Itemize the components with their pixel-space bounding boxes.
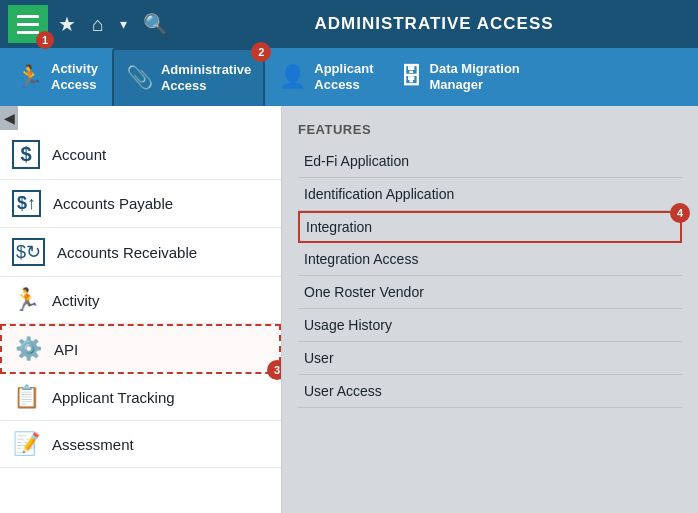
sidebar-item-account-label: Account: [52, 146, 106, 163]
sidebar-item-accounts-receivable-label: Accounts Receivable: [57, 244, 197, 261]
feature-ed-fi-application[interactable]: Ed-Fi Application: [298, 145, 682, 178]
account-icon: $: [12, 140, 40, 169]
sidebar-item-accounts-receivable[interactable]: $↻ Accounts Receivable: [0, 228, 281, 277]
sidebar-item-api-label: API: [54, 341, 78, 358]
feature-integration-access[interactable]: Integration Access: [298, 243, 682, 276]
sidebar-item-applicant-tracking[interactable]: 📋 Applicant Tracking: [0, 374, 281, 421]
tab-activity-access[interactable]: 🏃 ActivityAccess: [4, 48, 110, 106]
applicant-access-icon: 👤: [279, 64, 306, 90]
sidebar-collapse-button[interactable]: ◀: [0, 106, 18, 130]
feature-usage-history[interactable]: Usage History: [298, 309, 682, 342]
tab-data-migration-label: Data MigrationManager: [430, 61, 520, 92]
activity-access-icon: 🏃: [16, 64, 43, 90]
menu-bar-1: [17, 15, 39, 18]
administrative-access-icon: 📎: [126, 65, 153, 91]
menu-bar-3: [17, 31, 39, 34]
sidebar-item-api[interactable]: ⚙️ API 3: [0, 324, 281, 374]
tab-data-migration[interactable]: 🗄 Data MigrationManager: [388, 48, 532, 106]
tab-activity-access-label: ActivityAccess: [51, 61, 98, 92]
content-panel: FEATURES Ed-Fi Application Identificatio…: [282, 106, 698, 513]
tab-applicant-access[interactable]: 👤 ApplicantAccess: [267, 48, 385, 106]
page-title: ADMINISTRATIVE ACCESS: [178, 14, 690, 34]
sidebar-item-accounts-payable-label: Accounts Payable: [53, 195, 173, 212]
feature-integration-label: Integration: [306, 219, 372, 235]
sidebar: ◀ $ Account $↑ Accounts Payable $↻ Accou…: [0, 106, 282, 513]
feature-integration[interactable]: Integration 4: [298, 211, 682, 243]
sidebar-item-accounts-payable[interactable]: $↑ Accounts Payable: [0, 180, 281, 228]
activity-icon: 🏃: [12, 287, 40, 313]
sidebar-item-activity-label: Activity: [52, 292, 100, 309]
accounts-receivable-icon: $↻: [12, 238, 45, 266]
tab-administrative-access-label: AdministrativeAccess: [161, 62, 251, 93]
assessment-icon: 📝: [12, 431, 40, 457]
home-button[interactable]: ⌂: [86, 9, 110, 40]
tab-applicant-access-label: ApplicantAccess: [314, 61, 373, 92]
search-button[interactable]: 🔍: [137, 8, 174, 40]
favorites-button[interactable]: ★: [52, 8, 82, 40]
data-migration-icon: 🗄: [400, 64, 422, 90]
menu-button[interactable]: 1: [8, 5, 48, 43]
sidebar-item-applicant-tracking-label: Applicant Tracking: [52, 389, 175, 406]
badge-4: 4: [670, 203, 690, 223]
main-content: ◀ $ Account $↑ Accounts Payable $↻ Accou…: [0, 106, 698, 513]
nav-tabs-bar: 🏃 ActivityAccess 📎 AdministrativeAccess …: [0, 48, 698, 106]
api-gear-icon: ⚙️: [14, 336, 42, 362]
sidebar-item-assessment-label: Assessment: [52, 436, 134, 453]
tab-administrative-access[interactable]: 📎 AdministrativeAccess 2: [112, 48, 265, 106]
accounts-payable-icon: $↑: [12, 190, 41, 217]
top-bar: 1 ★ ⌂ ▾ 🔍 ADMINISTRATIVE ACCESS: [0, 0, 698, 48]
badge-3: 3: [267, 360, 282, 380]
sidebar-item-assessment[interactable]: 📝 Assessment: [0, 421, 281, 468]
feature-user[interactable]: User: [298, 342, 682, 375]
dropdown-button[interactable]: ▾: [114, 12, 133, 36]
applicant-tracking-icon: 📋: [12, 384, 40, 410]
feature-identification-application[interactable]: Identification Application: [298, 178, 682, 211]
sidebar-item-activity[interactable]: 🏃 Activity: [0, 277, 281, 324]
features-label: FEATURES: [298, 122, 682, 137]
sidebar-item-account[interactable]: $ Account: [0, 130, 281, 180]
feature-one-roster-vendor[interactable]: One Roster Vendor: [298, 276, 682, 309]
feature-user-access[interactable]: User Access: [298, 375, 682, 408]
menu-bar-2: [17, 23, 39, 26]
